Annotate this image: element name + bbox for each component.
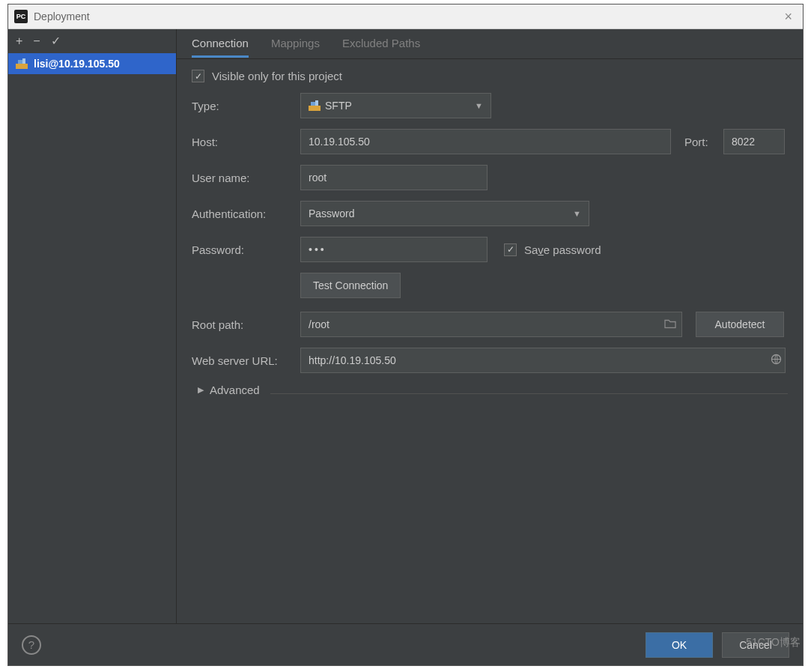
type-combo[interactable]: SFTP ▼ [300,93,491,118]
cancel-button[interactable]: Cancel [722,632,789,658]
password-input[interactable] [300,237,487,262]
chevron-down-icon: ▼ [475,101,483,110]
port-label: Port: [684,136,723,148]
folder-icon[interactable] [664,318,676,331]
svg-rect-2 [22,58,25,64]
web-url-label: Web server URL: [192,354,300,367]
svg-rect-0 [16,64,28,69]
test-connection-button[interactable]: Test Connection [300,273,401,298]
visible-only-label: Visible only for this project [212,70,342,82]
add-icon[interactable]: + [16,35,22,47]
svg-rect-4 [311,102,315,106]
root-path-label: Root path: [192,318,300,331]
auth-combo[interactable]: Password ▼ [300,201,589,226]
host-label: Host: [192,136,300,148]
remove-icon[interactable]: − [33,35,40,47]
tabs: Connection Mappings Excluded Paths [177,29,803,59]
type-label: Type: [192,100,300,112]
sidebar-toolbar: + − ✓ [8,29,176,53]
password-label: Password: [192,243,300,256]
svg-rect-1 [18,60,22,64]
advanced-toggle[interactable]: ▶ Advanced [192,384,788,396]
tab-excluded-paths[interactable]: Excluded Paths [342,30,420,58]
sidebar: + − ✓ lisi@10.19.105.50 [8,29,177,623]
username-input[interactable] [300,165,487,190]
dialog-footer: ? OK Cancel [8,623,803,665]
host-input[interactable] [300,129,671,154]
globe-icon[interactable] [771,354,782,367]
help-icon[interactable]: ? [22,635,41,655]
tab-connection[interactable]: Connection [192,30,249,58]
visible-only-checkbox[interactable]: ✓ [192,70,204,82]
titlebar: PC Deployment × [8,4,803,29]
save-password-checkbox[interactable]: ✓ [504,243,517,256]
window-title: Deployment [34,10,780,22]
close-icon[interactable]: × [780,9,797,25]
ok-button[interactable]: OK [646,632,713,658]
app-icon: PC [14,10,28,23]
web-url-input[interactable] [300,348,786,373]
divider [270,393,788,394]
deployment-dialog: PC Deployment × + − ✓ lisi@10.19.105.50 … [7,4,804,666]
port-input[interactable] [723,129,785,154]
auth-value: Password [309,208,354,220]
root-path-input[interactable] [300,312,682,337]
sidebar-item-label: lisi@10.19.105.50 [34,58,120,70]
sftp-icon [309,100,321,111]
username-label: User name: [192,172,300,184]
check-icon[interactable]: ✓ [51,35,61,47]
connection-form: ✓ Visible only for this project Type: SF… [177,59,803,394]
sidebar-item-server[interactable]: lisi@10.19.105.50 [8,53,176,74]
type-value: SFTP [325,100,352,112]
main-panel: Connection Mappings Excluded Paths ✓ Vis… [177,29,803,623]
sftp-server-icon [16,58,28,69]
autodetect-button[interactable]: Autodetect [696,312,784,337]
advanced-label: Advanced [210,384,260,396]
chevron-down-icon: ▼ [573,209,581,218]
triangle-right-icon: ▶ [198,385,204,395]
svg-rect-5 [315,100,318,106]
save-password-label: Save password [524,243,601,256]
svg-rect-3 [309,106,321,111]
tab-mappings[interactable]: Mappings [271,30,320,58]
auth-label: Authentication: [192,208,300,220]
